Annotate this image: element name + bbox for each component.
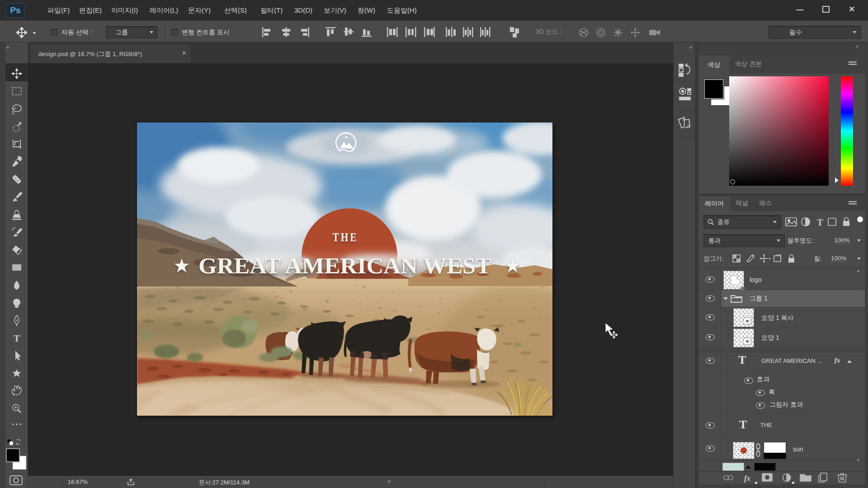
- svg-text:GREAT AMERICAN WEST: GREAT AMERICAN WEST: [198, 253, 491, 278]
- svg-text:fx: fx: [744, 474, 751, 483]
- svg-text:T: T: [14, 333, 20, 344]
- svg-text:s: s: [687, 123, 689, 128]
- svg-text:THE: THE: [333, 230, 359, 244]
- svg-text:T: T: [817, 217, 823, 228]
